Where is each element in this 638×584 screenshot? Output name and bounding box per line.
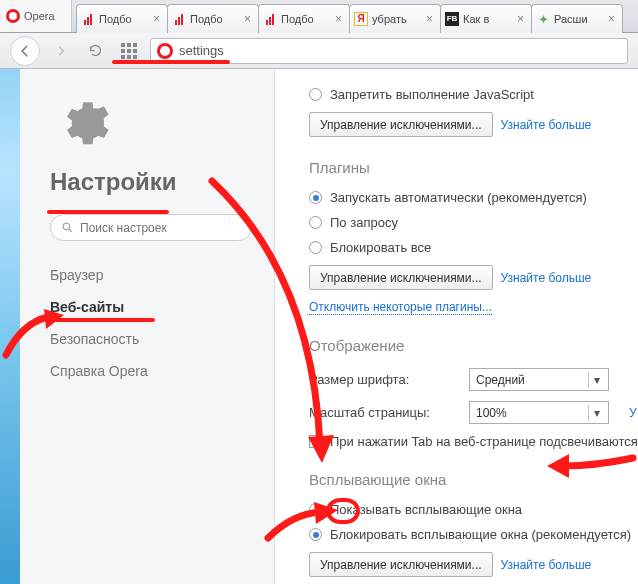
address-bar[interactable]: settings [150,38,628,64]
address-text: settings [179,43,224,58]
popups-section-title: Всплывающие окна [309,471,638,488]
back-arrow-icon [18,44,32,58]
browser-tab[interactable]: FBКак в× [440,4,532,33]
opera-logo-icon [6,9,20,23]
popups-block-label: Блокировать всплывающие окна (рекомендуе… [330,527,631,542]
opera-favicon-icon [157,43,173,59]
browser-tab[interactable]: Яубрать× [349,4,441,33]
page-title: Настройки [50,168,252,196]
plugins-block-radio[interactable] [309,241,322,254]
settings-content: Запретить выполнение JavaScript Управлен… [275,69,638,584]
tab-label: Подбо [281,13,331,25]
tab-highlight-checkbox[interactable] [309,435,322,448]
tab-favicon-icon [263,12,277,26]
browser-tab[interactable]: Подбо× [76,4,168,33]
gear-icon [54,93,110,149]
tab-label: Как в [463,13,513,25]
font-size-label: Размер шрифта: [309,372,449,387]
zoom-learn-more-link[interactable]: У [629,406,637,420]
tab-favicon-icon [81,12,95,26]
tab-favicon-icon [172,12,186,26]
titlebar: Opera Подбо×Подбо×Подбо×Яубрать×FBКак в×… [0,0,638,33]
back-button[interactable] [10,36,40,66]
tab-favicon-icon: ✦ [536,12,550,26]
settings-search[interactable] [50,214,252,241]
tab-label: Подбо [99,13,149,25]
tab-label: убрать [372,13,422,25]
plugins-auto-label: Запускать автоматически (рекомендуется) [330,190,587,205]
popups-manage-exceptions-button[interactable]: Управление исключениями... [309,552,493,577]
grid-icon [121,43,137,59]
toolbar: settings [0,33,638,69]
disable-plugins-link[interactable]: Отключить некоторые плагины... [309,300,492,315]
plugins-block-label: Блокировать все [330,240,431,255]
forward-arrow-icon [55,45,67,57]
font-size-value: Средний [476,373,525,387]
chevron-down-icon: ▾ [588,405,604,421]
forward-button[interactable] [48,38,74,64]
zoom-label: Масштаб страницы: [309,405,449,420]
tab-label: Подбо [190,13,240,25]
plugins-request-label: По запросу [330,215,398,230]
js-block-label: Запретить выполнение JavaScript [330,87,534,102]
js-block-radio[interactable] [309,88,322,101]
app-name: Opera [24,10,55,22]
svg-point-0 [63,223,69,230]
tab-strip: Подбо×Подбо×Подбо×Яубрать×FBКак в×✦Расши… [72,0,622,32]
browser-tab[interactable]: ✦Расши× [531,4,623,33]
tab-favicon-icon: Я [354,12,368,26]
browser-tab[interactable]: Подбо× [167,4,259,33]
tab-close-icon[interactable]: × [244,14,254,24]
tab-close-icon[interactable]: × [517,14,527,24]
zoom-select[interactable]: 100%▾ [469,401,609,424]
plugins-auto-radio[interactable] [309,191,322,204]
sidebar-item[interactable]: Браузер [50,259,252,291]
sidebar-item[interactable]: Веб-сайты [50,291,252,323]
sidebar-item[interactable]: Безопасность [50,323,252,355]
tab-favicon-icon: FB [445,12,459,26]
browser-tab[interactable]: Подбо× [258,4,350,33]
tab-label: Расши [554,13,604,25]
plugins-learn-more-link[interactable]: Узнайте больше [501,271,592,285]
tab-close-icon[interactable]: × [608,14,618,24]
chevron-down-icon: ▾ [588,372,604,388]
popups-learn-more-link[interactable]: Узнайте больше [501,558,592,572]
tab-close-icon[interactable]: × [335,14,345,24]
reload-icon [88,43,103,58]
popups-show-label: Показывать всплывающие окна [330,502,522,517]
display-section-title: Отображение [309,337,638,354]
tab-close-icon[interactable]: × [426,14,436,24]
tab-close-icon[interactable]: × [153,14,163,24]
popups-show-radio[interactable] [309,503,322,516]
js-manage-exceptions-button[interactable]: Управление исключениями... [309,112,493,137]
plugins-manage-exceptions-button[interactable]: Управление исключениями... [309,265,493,290]
reload-button[interactable] [82,38,108,64]
sidebar-item[interactable]: Справка Opera [50,355,252,387]
search-input[interactable] [80,221,241,235]
app-badge[interactable]: Opera [0,0,72,32]
tab-highlight-label: При нажатии Tab на веб-странице подсвечи… [330,434,638,449]
plugins-request-radio[interactable] [309,216,322,229]
zoom-value: 100% [476,406,507,420]
speed-dial-button[interactable] [116,38,142,64]
plugins-section-title: Плагины [309,159,638,176]
svg-line-1 [69,229,72,232]
desktop-sliver [0,69,20,584]
settings-sidebar: Настройки БраузерВеб-сайтыБезопасностьСп… [20,69,275,584]
js-learn-more-link[interactable]: Узнайте больше [501,118,592,132]
popups-block-radio[interactable] [309,528,322,541]
font-size-select[interactable]: Средний▾ [469,368,609,391]
search-icon [61,221,74,234]
